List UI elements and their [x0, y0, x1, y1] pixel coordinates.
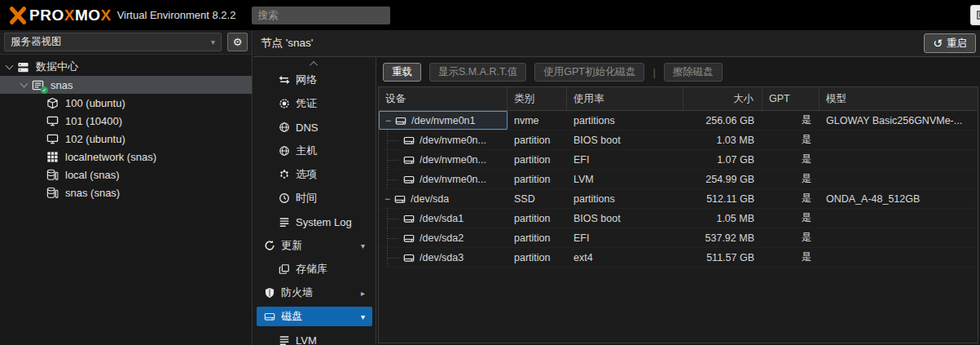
menu-item-lvm[interactable]: LVM	[257, 330, 372, 345]
network-grid-icon	[46, 151, 59, 163]
disk-row-dev-nvme0n1[interactable]: −/dev/nvme0n1nvmepartitions256.06 GB是GLO…	[379, 111, 978, 130]
menu-item-hosts[interactable]: 主机	[257, 141, 372, 161]
documentation-button[interactable]	[970, 5, 980, 25]
tree-item-node-snas[interactable]: ✓snas	[0, 76, 252, 94]
cell-device[interactable]: /dev/sda2	[379, 228, 508, 247]
sidebar-settings-button[interactable]: ⚙	[227, 33, 248, 51]
menu-item-dns[interactable]: DNS	[257, 117, 372, 137]
cell-type: partition	[508, 170, 567, 188]
device-name: /dev/nvme0n1	[411, 115, 476, 126]
tree-item-vm-101[interactable]: 101 (10400)	[0, 112, 252, 130]
collapse-chevron-icon	[34, 152, 46, 161]
menu-item-disks[interactable]: 磁盘▾	[257, 307, 372, 326]
menu-item-options[interactable]: 选项	[257, 165, 372, 184]
reboot-button[interactable]: ↺ 重启	[924, 33, 976, 53]
cell-device[interactable]: /dev/nvme0n...	[379, 130, 508, 149]
globe-icon	[278, 122, 290, 133]
disk-icon	[403, 174, 415, 185]
tree-item-label: local (snas)	[65, 169, 119, 181]
menu-item-time[interactable]: 时间	[257, 188, 372, 208]
proxmox-logo: PROXMOX	[8, 6, 112, 25]
disks-grid: 设备类别使用率大小GPT模型 −/dev/nvme0n1nvmepartitio…	[378, 86, 978, 343]
cell-model	[820, 150, 978, 169]
cell-model: GLOWAY Basic256GNVMe-...	[820, 111, 978, 130]
column-header-model[interactable]: 模型	[820, 87, 978, 110]
tree-item-vm-102[interactable]: 102 (ubuntu)	[0, 130, 252, 148]
cell-gpt: 是	[762, 209, 820, 228]
menu-item-label: 网络	[296, 73, 317, 87]
menu-scroll-up[interactable]	[253, 57, 376, 70]
disks-toolbar: 重载显示S.M.A.R.T.值使用GPT初始化磁盘|擦除磁盘	[376, 57, 980, 86]
globe-icon	[278, 145, 290, 157]
storage-icon	[46, 169, 59, 181]
wipe-disk-button: 擦除磁盘	[664, 63, 723, 82]
cell-usage: BIOS boot	[567, 130, 683, 149]
chevron-up-icon	[310, 60, 318, 69]
collapse-chevron-icon[interactable]	[20, 80, 31, 90]
tree-item-label: 数据中心	[36, 60, 78, 74]
disk-icon	[395, 115, 407, 126]
disk-row-dev-nvme0n[interactable]: /dev/nvme0n...partitionLVM254.99 GB是	[379, 170, 978, 189]
brand-wordmark: PROXMOX	[29, 7, 112, 24]
disk-row-dev-sda2[interactable]: /dev/sda2partitionEFI537.92 MB是	[379, 228, 978, 248]
cell-model	[820, 248, 978, 267]
cell-device[interactable]: /dev/nvme0n...	[379, 170, 508, 188]
cell-device[interactable]: −/dev/sda	[379, 189, 508, 208]
list-icon	[278, 216, 290, 228]
cell-type: partition	[508, 248, 567, 267]
gear-icon: ⚙	[233, 36, 243, 48]
column-header-gpt[interactable]: GPT	[762, 87, 820, 110]
tree-item-sdn-localnetwork[interactable]: localnetwork (snas)	[0, 148, 252, 166]
grid-header: 设备类别使用率大小GPT模型	[379, 87, 978, 111]
cell-device[interactable]: /dev/sda3	[379, 248, 508, 267]
collapse-chevron-icon[interactable]	[5, 62, 16, 72]
init-gpt-button: 使用GPT初始化磁盘	[534, 63, 644, 82]
cell-device[interactable]: /dev/sda1	[379, 209, 508, 228]
cell-model	[820, 228, 978, 247]
cell-device[interactable]: −/dev/nvme0n1	[379, 111, 508, 130]
cell-gpt: 是	[762, 150, 820, 169]
cell-type: nvme	[508, 111, 567, 130]
menu-item-updates[interactable]: 更新▾	[257, 236, 372, 255]
column-header-size[interactable]: 大小	[683, 87, 762, 110]
cell-model: ONDA_A-48_512GB	[820, 189, 978, 208]
disk-icon	[263, 311, 275, 322]
collapse-expander-icon[interactable]: −	[382, 193, 393, 205]
menu-item-repositories[interactable]: 存储库	[257, 259, 372, 279]
menu-item-firewall[interactable]: 防火墙▸	[257, 283, 372, 303]
collapse-expander-icon[interactable]: −	[383, 115, 393, 126]
cell-usage: ext4	[567, 248, 683, 267]
node-header: 节点 'snas' ↺ 重启	[253, 30, 980, 57]
disk-row-dev-nvme0n[interactable]: /dev/nvme0n...partitionBIOS boot1.03 MB是	[379, 130, 978, 150]
disk-row-dev-sda[interactable]: −/dev/sdaSSDpartitions512.11 GB是ONDA_A-4…	[379, 189, 978, 209]
disk-row-dev-sda1[interactable]: /dev/sda1partitionBIOS boot1.05 MB是	[379, 209, 978, 228]
proxmox-x-logo-icon	[8, 6, 28, 25]
cell-usage: LVM	[567, 170, 683, 188]
server-icon	[17, 61, 29, 73]
column-header-device[interactable]: 设备	[379, 87, 508, 110]
cell-size: 537.92 MB	[683, 228, 762, 247]
tree-item-ct-100[interactable]: 100 (ubuntu)	[0, 94, 252, 112]
tree-item-storage-snas[interactable]: snas (snas)	[0, 184, 252, 201]
reload-button[interactable]: 重载	[383, 63, 421, 82]
menu-item-network[interactable]: 网络	[257, 70, 372, 90]
column-header-type[interactable]: 类别	[508, 87, 567, 110]
cell-gpt: 是	[762, 130, 820, 149]
cell-size: 1.05 MB	[683, 209, 762, 228]
tree-item-datacenter[interactable]: 数据中心	[0, 58, 252, 76]
node-menu: 网络凭证DNS主机选项时间System Log更新▾存储库防火墙▸磁盘▾LVM	[253, 57, 376, 345]
menu-item-certificates[interactable]: 凭证	[257, 94, 372, 113]
view-selector[interactable]: 服务器视图 ▾	[4, 33, 222, 51]
search-input[interactable]	[252, 7, 390, 24]
cell-device[interactable]: /dev/nvme0n...	[379, 150, 508, 169]
menu-item-syslog[interactable]: System Log	[257, 212, 372, 232]
disk-row-dev-nvme0n[interactable]: /dev/nvme0n...partitionEFI1.07 GB是	[379, 150, 978, 170]
chevron-down-icon: ▾	[211, 38, 215, 46]
proxmox-app: PROXMOX Virtual Environment 8.2.2 服务器视图 …	[0, 0, 980, 345]
disk-row-dev-sda3[interactable]: /dev/sda3partitionext4511.57 GB是	[379, 248, 978, 268]
toolbar-separator: |	[653, 66, 655, 78]
tree-item-storage-local[interactable]: local (snas)	[0, 166, 252, 184]
column-header-usage[interactable]: 使用率	[567, 87, 683, 110]
sidebar: 服务器视图 ▾ ⚙ 数据中心✓snas100 (ubuntu)101 (1040…	[0, 30, 253, 345]
certificate-icon	[278, 98, 290, 109]
